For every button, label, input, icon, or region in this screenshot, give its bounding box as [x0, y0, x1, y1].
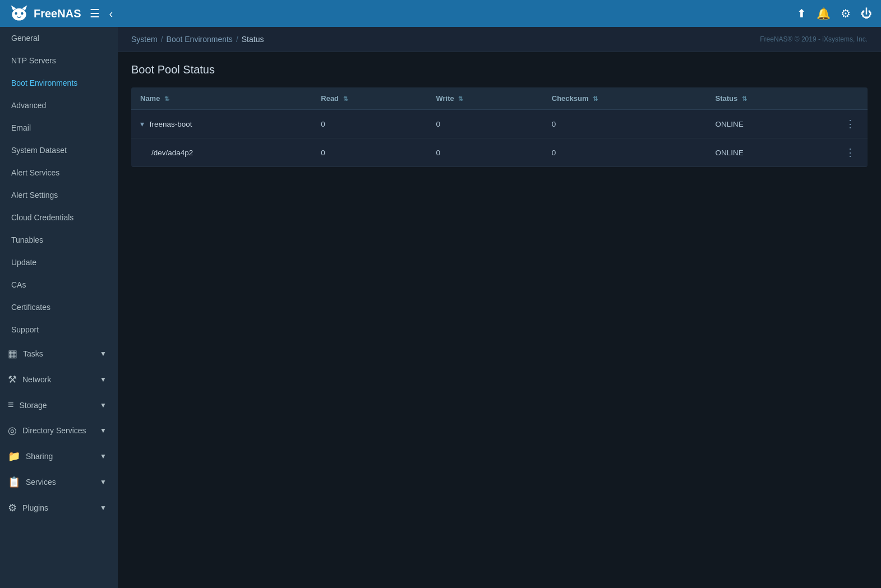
- network-icon: ⚒: [8, 373, 17, 386]
- directory-services-icon: ◎: [8, 424, 17, 437]
- sidebar-item-label: Sharing: [26, 452, 53, 461]
- topnav-right: ⬆ 🔔 ⚙ ⏻: [797, 7, 872, 20]
- sidebar-item-boot-environments[interactable]: Boot Environments: [0, 72, 118, 94]
- sidebar-item-network[interactable]: ⚒ Network ▼: [0, 367, 118, 392]
- sidebar-item-label: Support: [11, 325, 39, 334]
- content-area: Boot Pool Status Name ⇅ Read ⇅: [118, 52, 881, 588]
- power-icon[interactable]: ⏻: [861, 7, 872, 20]
- col-checksum[interactable]: Checksum ⇅: [543, 87, 707, 110]
- table-row: /dev/ada4p2 0 0 0 ONLINE ⋮: [131, 138, 868, 167]
- col-status[interactable]: Status ⇅: [707, 87, 833, 110]
- sidebar-item-alert-settings[interactable]: Alert Settings: [0, 184, 118, 206]
- svg-point-4: [21, 12, 24, 15]
- sidebar-item-alert-services[interactable]: Alert Services: [0, 161, 118, 184]
- row-write: 0: [427, 110, 542, 138]
- breadcrumb-bar: System / Boot Environments / Status Free…: [118, 27, 881, 52]
- sidebar-item-system-dataset[interactable]: System Dataset: [0, 139, 118, 161]
- sort-icon-write: ⇅: [458, 95, 463, 102]
- sidebar-item-label: System Dataset: [11, 146, 67, 155]
- sidebar-item-tunables[interactable]: Tunables: [0, 229, 118, 251]
- page-title: Boot Pool Status: [131, 63, 868, 76]
- sidebar-item-label: Plugins: [22, 503, 48, 512]
- sidebar-item-label: Storage: [20, 401, 47, 410]
- chevron-down-icon: ▼: [100, 504, 107, 512]
- sort-icon-name: ⇅: [164, 95, 169, 102]
- breadcrumb-system[interactable]: System: [131, 35, 158, 44]
- sidebar-item-plugins[interactable]: ⚙ Plugins ▼: [0, 495, 118, 521]
- sidebar-item-email[interactable]: Email: [0, 117, 118, 139]
- sidebar-item-label: Email: [11, 123, 31, 132]
- svg-point-5: [16, 8, 22, 12]
- chevron-down-icon: ▼: [100, 427, 107, 434]
- col-name[interactable]: Name ⇅: [131, 87, 312, 110]
- sidebar-item-label: Alert Settings: [11, 191, 58, 200]
- sharing-icon: 📁: [8, 450, 20, 462]
- table-body: ▾ freenas-boot 0 0 0 ONLINE ⋮: [131, 110, 868, 167]
- sidebar-item-label: Directory Services: [22, 426, 86, 435]
- app-name: FreeNAS: [34, 7, 81, 20]
- sidebar-item-directory-services[interactable]: ◎ Directory Services ▼: [0, 418, 118, 443]
- storage-icon: ≡: [8, 399, 14, 411]
- sidebar-item-tasks[interactable]: ▦ Tasks ▼: [0, 341, 118, 367]
- sidebar-item-cas[interactable]: CAs: [0, 274, 118, 296]
- sidebar-item-services[interactable]: 📋 Services ▼: [0, 469, 118, 495]
- chevron-down-icon: ▼: [100, 350, 107, 358]
- sidebar-item-label: Services: [26, 478, 56, 487]
- expand-icon[interactable]: ▾: [140, 120, 144, 128]
- chevron-down-icon: ▼: [100, 478, 107, 486]
- breadcrumb: System / Boot Environments / Status: [131, 35, 264, 44]
- sidebar-item-update[interactable]: Update: [0, 251, 118, 274]
- sidebar-item-general[interactable]: General: [0, 27, 118, 49]
- col-read[interactable]: Read ⇅: [312, 87, 427, 110]
- sidebar-item-label: Boot Environments: [11, 78, 77, 87]
- menu-icon[interactable]: ☰: [90, 7, 100, 20]
- sidebar-item-sharing[interactable]: 📁 Sharing ▼: [0, 443, 118, 469]
- sidebar-item-label: Cloud Credentials: [11, 213, 73, 222]
- breadcrumb-sep-1: /: [161, 35, 163, 44]
- sidebar-item-storage[interactable]: ≡ Storage ▼: [0, 392, 118, 418]
- row-checksum: 0: [543, 138, 707, 167]
- row-status: ONLINE: [707, 138, 833, 167]
- sidebar-item-cloud-credentials[interactable]: Cloud Credentials: [0, 206, 118, 229]
- bell-icon[interactable]: 🔔: [817, 7, 831, 20]
- row-actions: ⋮: [833, 138, 868, 167]
- sidebar-item-certificates[interactable]: Certificates: [0, 296, 118, 318]
- sidebar-item-advanced[interactable]: Advanced: [0, 94, 118, 117]
- row-name: /dev/ada4p2: [131, 138, 312, 167]
- app-logo: FreeNAS: [9, 3, 81, 24]
- sidebar-item-label: Tunables: [11, 235, 43, 244]
- sidebar-item-ntp-servers[interactable]: NTP Servers: [0, 49, 118, 72]
- chevron-down-icon: ▼: [100, 401, 107, 409]
- sidebar-item-label: Alert Services: [11, 168, 59, 177]
- row-more-button[interactable]: ⋮: [842, 117, 859, 131]
- row-status: ONLINE: [707, 110, 833, 138]
- upload-icon[interactable]: ⬆: [797, 7, 806, 20]
- row-more-button[interactable]: ⋮: [842, 145, 859, 160]
- breadcrumb-sep-2: /: [236, 35, 238, 44]
- row-actions: ⋮: [833, 110, 868, 138]
- row-read: 0: [312, 110, 427, 138]
- tasks-icon: ▦: [8, 348, 17, 360]
- logo-icon: [9, 3, 29, 24]
- col-write[interactable]: Write ⇅: [427, 87, 542, 110]
- row-read: 0: [312, 138, 427, 167]
- copyright-text: FreeNAS® © 2019 - iXsystems, Inc.: [760, 35, 868, 43]
- sidebar-item-label: NTP Servers: [11, 56, 56, 65]
- sidebar-item-label: Network: [22, 375, 51, 384]
- sidebar-item-label: Certificates: [11, 303, 50, 312]
- sidebar-item-support[interactable]: Support: [0, 318, 118, 341]
- sort-icon-status: ⇅: [742, 95, 747, 102]
- sidebar-item-label: CAs: [11, 280, 26, 289]
- sidebar-item-label: Tasks: [23, 349, 43, 358]
- sidebar: General NTP Servers Boot Environments Ad…: [0, 27, 118, 588]
- sidebar-item-label: Advanced: [11, 101, 46, 110]
- row-checksum: 0: [543, 110, 707, 138]
- back-icon[interactable]: ‹: [109, 7, 113, 20]
- chevron-down-icon: ▼: [100, 452, 107, 460]
- main-content: System / Boot Environments / Status Free…: [118, 27, 881, 588]
- sidebar-item-label: General: [11, 34, 39, 43]
- table-row: ▾ freenas-boot 0 0 0 ONLINE ⋮: [131, 110, 868, 138]
- chevron-down-icon: ▼: [100, 376, 107, 383]
- breadcrumb-boot-environments[interactable]: Boot Environments: [167, 35, 233, 44]
- settings-icon[interactable]: ⚙: [841, 7, 851, 20]
